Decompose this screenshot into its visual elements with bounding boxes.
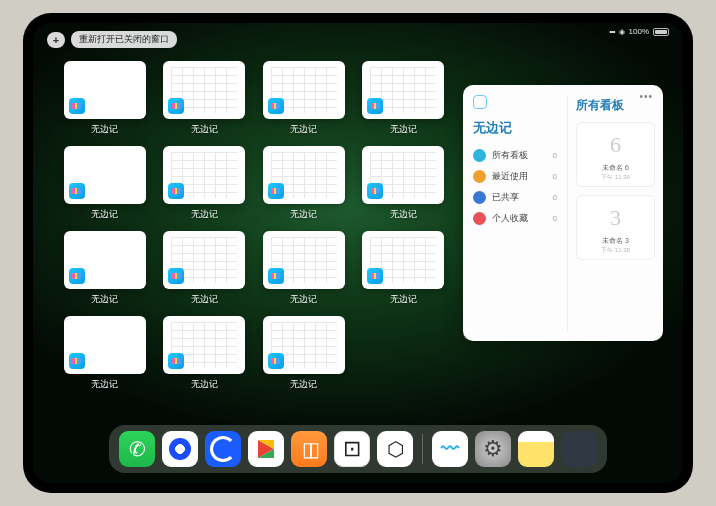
sidebar-item-count: 0 (553, 151, 561, 160)
panel-right-column: 所有看板 6未命名 6下午 11:393未命名 3下午 11:38 (567, 95, 663, 331)
window-thumb[interactable]: 无边记 (61, 146, 149, 221)
sidebar-item-label: 个人收藏 (492, 212, 528, 225)
sidebar-item-label: 已共享 (492, 191, 519, 204)
dock-separator (422, 434, 423, 464)
window-label: 无边记 (91, 293, 118, 306)
window-preview (163, 316, 245, 374)
freeform-badge-icon (367, 98, 383, 114)
window-thumb[interactable]: 无边记 (260, 146, 348, 221)
window-label: 无边记 (290, 378, 317, 391)
panel-left-title: 无边记 (473, 119, 561, 137)
window-preview (64, 146, 146, 204)
window-preview (263, 316, 345, 374)
board-time: 下午 11:38 (581, 246, 650, 255)
board-card[interactable]: 3未命名 3下午 11:38 (576, 195, 655, 260)
window-preview (163, 146, 245, 204)
notes-icon[interactable] (518, 431, 554, 467)
sidebar-item-icon (473, 149, 486, 162)
board-time: 下午 11:39 (581, 173, 650, 182)
window-preview (163, 231, 245, 289)
window-preview (163, 61, 245, 119)
dice-icon[interactable] (334, 431, 370, 467)
browser1-icon[interactable] (162, 431, 198, 467)
battery-pct: 100% (629, 27, 649, 36)
sidebar-item-icon (473, 191, 486, 204)
stage-manager-controls: + 重新打开已关闭的窗口 (47, 31, 177, 48)
window-thumb[interactable]: 无边记 (360, 146, 448, 221)
browser2-icon[interactable] (205, 431, 241, 467)
play-icon[interactable] (248, 431, 284, 467)
sidebar-item-count: 0 (553, 193, 561, 202)
window-label: 无边记 (390, 208, 417, 221)
add-window-button[interactable]: + (47, 32, 65, 48)
window-thumb[interactable]: 无边记 (360, 61, 448, 136)
freeform-badge-icon (268, 268, 284, 284)
window-label: 无边记 (290, 208, 317, 221)
window-thumb[interactable]: 无边记 (61, 316, 149, 391)
freeform-badge-icon (268, 353, 284, 369)
window-preview (64, 61, 146, 119)
reopen-closed-window-button[interactable]: 重新打开已关闭的窗口 (71, 31, 177, 48)
window-thumb[interactable]: 无边记 (61, 61, 149, 136)
sidebar-item[interactable]: 所有看板0 (473, 145, 561, 166)
window-label: 无边记 (191, 293, 218, 306)
wechat-icon[interactable] (119, 431, 155, 467)
freeform-badge-icon (69, 268, 85, 284)
settings-icon[interactable] (475, 431, 511, 467)
ipad-frame: 100% + 重新打开已关闭的窗口 无边记无边记无边记无边记无边记无边记无边记无… (23, 13, 693, 493)
window-thumb[interactable]: 无边记 (260, 231, 348, 306)
window-label: 无边记 (290, 123, 317, 136)
hex-icon[interactable] (377, 431, 413, 467)
window-preview (362, 231, 444, 289)
board-name: 未命名 6 (581, 163, 650, 173)
window-thumb[interactable]: 无边记 (161, 231, 249, 306)
board-name: 未命名 3 (581, 236, 650, 246)
window-thumb[interactable]: 无边记 (161, 146, 249, 221)
window-thumb[interactable]: 无边记 (61, 231, 149, 306)
window-preview (263, 231, 345, 289)
freeform-badge-icon (69, 183, 85, 199)
board-card[interactable]: 6未命名 6下午 11:39 (576, 122, 655, 187)
window-label: 无边记 (290, 293, 317, 306)
window-label: 无边记 (390, 123, 417, 136)
window-label: 无边记 (91, 123, 118, 136)
window-label: 无边记 (91, 208, 118, 221)
window-label: 无边记 (191, 123, 218, 136)
freeform-app-icon (473, 95, 487, 109)
freeform-badge-icon (168, 183, 184, 199)
sidebar-item[interactable]: 个人收藏0 (473, 208, 561, 229)
sidebar-item[interactable]: 已共享0 (473, 187, 561, 208)
board-thumbnail: 3 (581, 200, 650, 236)
window-thumb[interactable]: 无边记 (260, 316, 348, 391)
window-thumb[interactable]: 无边记 (360, 231, 448, 306)
freeform-icon[interactable] (432, 431, 468, 467)
board-thumbnail: 6 (581, 127, 650, 163)
sidebar-item-icon (473, 212, 486, 225)
window-thumb[interactable]: 无边记 (161, 316, 249, 391)
window-preview (263, 61, 345, 119)
cellular-icon (609, 27, 614, 36)
app-library-icon[interactable] (561, 431, 597, 467)
sidebar-item-count: 0 (553, 214, 561, 223)
freeform-badge-icon (168, 268, 184, 284)
sidebar-item-icon (473, 170, 486, 183)
app-expose-grid: 无边记无边记无边记无边记无边记无边记无边记无边记无边记无边记无边记无边记无边记无… (61, 61, 447, 391)
screen: 100% + 重新打开已关闭的窗口 无边记无边记无边记无边记无边记无边记无边记无… (33, 23, 683, 483)
panel-left-column: 无边记 所有看板0最近使用0已共享0个人收藏0 (473, 95, 567, 331)
window-thumb[interactable]: 无边记 (161, 61, 249, 136)
window-thumb[interactable]: 无边记 (260, 61, 348, 136)
sidebar-item-count: 0 (553, 172, 561, 181)
sidebar-item-label: 最近使用 (492, 170, 528, 183)
freeform-badge-icon (367, 183, 383, 199)
sidebar-item[interactable]: 最近使用0 (473, 166, 561, 187)
sidebar-item-label: 所有看板 (492, 149, 528, 162)
window-preview (64, 316, 146, 374)
panel-more-icon[interactable]: ••• (639, 91, 653, 102)
freeform-sidebar-window[interactable]: ••• 无边记 所有看板0最近使用0已共享0个人收藏0 所有看板 6未命名 6下… (463, 85, 663, 341)
freeform-badge-icon (168, 353, 184, 369)
window-label: 无边记 (191, 208, 218, 221)
books-icon[interactable] (291, 431, 327, 467)
freeform-badge-icon (168, 98, 184, 114)
window-preview (64, 231, 146, 289)
wifi-icon (619, 27, 625, 36)
